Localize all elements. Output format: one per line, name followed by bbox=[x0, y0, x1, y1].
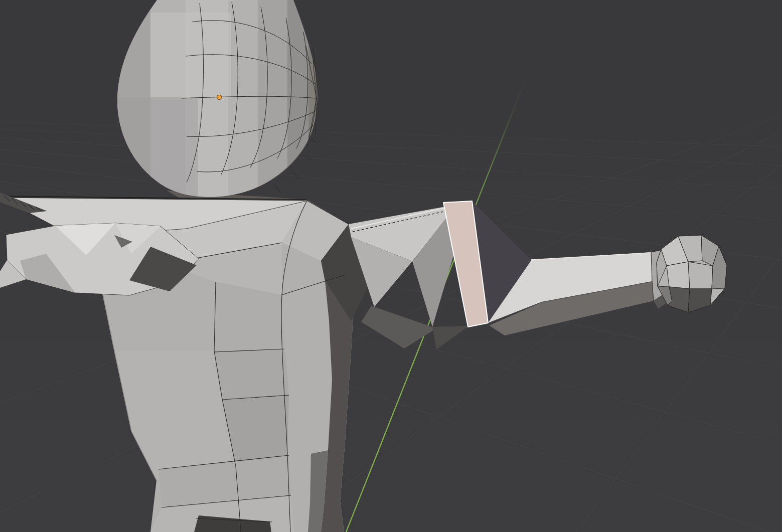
torso-face bbox=[214, 350, 289, 400]
3d-viewport-canvas[interactable] bbox=[0, 0, 782, 532]
hand-facet bbox=[688, 262, 713, 289]
hand-facet bbox=[667, 262, 690, 289]
horizon-fade bbox=[0, 64, 782, 185]
head-light-patch bbox=[150, 13, 231, 98]
3d-viewport[interactable] bbox=[0, 0, 782, 532]
head-shade-band bbox=[228, 0, 258, 201]
origin-point[interactable] bbox=[217, 95, 222, 100]
